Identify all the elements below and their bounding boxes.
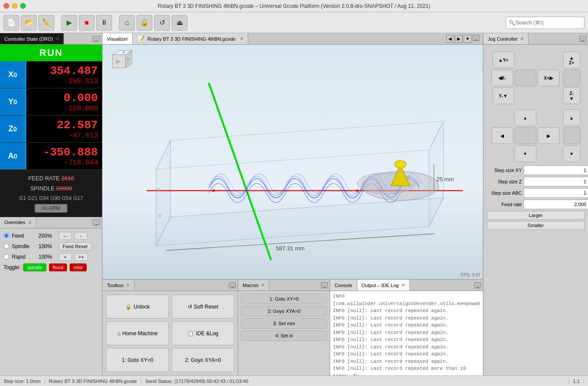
feed-rate-display: FEED RATE 2610 (4, 173, 99, 183)
filename-status: Rotary BT 3 3D FINISHING 4thBN.gcode (49, 379, 137, 384)
macro-4-btn[interactable]: 4: Set in (241, 330, 327, 341)
dro-tab-close[interactable]: ✕ (56, 36, 59, 41)
jog-tab-close[interactable]: ✕ (520, 36, 524, 41)
tab-visualizer[interactable]: Visualizer (102, 33, 133, 44)
step-abc-input[interactable] (524, 188, 588, 198)
stop-button[interactable]: ■ (79, 15, 95, 31)
jog-y-plus-btn[interactable]: ▲ Y+ (493, 52, 514, 68)
bottom-panels: Toolbox ✕ _ 🔒 Unlock ↺ Soft Reset (102, 279, 483, 375)
step-xy-input[interactable] (524, 165, 588, 175)
jog-center-btn[interactable] (514, 70, 536, 86)
jog-y-minus-btn[interactable]: Y- ▼ (493, 88, 514, 104)
jog-x-minus-btn[interactable]: ◀ X- (491, 70, 513, 86)
close-traffic-light[interactable] (4, 3, 9, 9)
macro-1-btn[interactable]: 1: Goto XY=0 (241, 294, 327, 304)
gcode-tab-close[interactable]: ✕ (240, 36, 243, 41)
jog-z-plus-btn-2[interactable]: ▲ (563, 109, 581, 126)
macros-tab-close[interactable]: ✕ (261, 283, 264, 288)
jog-parameters: Step size XY ▲ ▼ Millimeters Step size Z… (487, 164, 584, 233)
overrides-panel: Overrides ✕ _ Feed 200% -- - Spindle (0, 217, 102, 375)
soft-reset-button[interactable]: ↺ Soft Reset (172, 295, 235, 319)
spindle-radio[interactable] (4, 243, 9, 249)
smaller-button[interactable]: Smaller (487, 221, 584, 230)
console-line-4: INFO [null]: Last record repeated again. (333, 329, 480, 337)
macros-tab[interactable]: Macros ✕ (238, 280, 269, 291)
jog-z-minus-btn-2[interactable]: ▼ (563, 145, 581, 162)
dro-tab[interactable]: Controller State (DRO) ✕ (0, 33, 64, 44)
dro-row-z: Z0 22.587 -47.413 (0, 116, 102, 143)
spindle-toggle-btn[interactable]: spindle (23, 263, 46, 271)
ide-log-button[interactable]: 📋 IDE &Log (172, 321, 235, 345)
open-file-button[interactable]: 📂 (21, 15, 37, 31)
tab-gcode-file[interactable]: 📝 Rotary BT 3 3D FINISHING 4thBN.gcode ✕ (133, 33, 248, 44)
center-minimize-btn[interactable]: _ (472, 35, 479, 41)
svg-point-22 (356, 189, 359, 192)
nav-prev-btn[interactable]: ◀ (446, 35, 454, 43)
step-z-input[interactable] (524, 177, 588, 186)
log-icon: 📋 (187, 330, 194, 337)
feed-radio[interactable] (4, 233, 9, 239)
toolbox-minimize-btn[interactable]: _ (229, 282, 236, 288)
toolbox-grid: 🔒 Unlock ↺ Soft Reset ⌂ Home Machine 📋 I… (102, 291, 238, 375)
lock-button[interactable]: 🔒 (137, 15, 152, 31)
goyo-xya0-shortcut-btn[interactable]: 2: Goyo XYA=0 (172, 348, 235, 372)
overrides-minimize-btn[interactable]: _ (92, 219, 100, 225)
toolbox-tab[interactable]: Toolbox ✕ (102, 280, 134, 291)
jog-tab[interactable]: Jog Controller ✕ (483, 33, 528, 44)
jog-y-minus-btn-2[interactable]: ▼ (514, 145, 536, 162)
rapid-radio[interactable] (4, 254, 9, 260)
feed-dec-dec-btn[interactable]: -- (59, 232, 72, 240)
toolbox-tab-close[interactable]: ✕ (126, 283, 130, 288)
overrides-tab[interactable]: Overrides ✕ (0, 217, 36, 228)
console-tab[interactable]: Console (330, 280, 357, 291)
new-file-button[interactable]: 📄 (4, 15, 19, 31)
feed-rate-input[interactable] (524, 200, 588, 209)
ide-log-tab-close[interactable]: ✕ (401, 283, 405, 288)
rapid-inc-inc-btn[interactable]: ++ (74, 253, 88, 261)
overrides-tab-close[interactable]: ✕ (28, 220, 32, 225)
jog-y-plus-btn-2[interactable]: ▲ (514, 109, 536, 126)
undo-button[interactable]: ↺ (154, 15, 170, 31)
pause-button[interactable]: ⏸ (96, 15, 112, 31)
traffic-lights (4, 3, 26, 9)
home-machine-button[interactable]: ⌂ Home Machine (106, 321, 169, 345)
jog-x-plus-btn[interactable]: X+ ▶ (538, 70, 560, 86)
jog-z-minus-btn[interactable]: Z- ▼ (563, 88, 581, 104)
search-input[interactable] (515, 20, 581, 26)
jog-x-minus-btn-2[interactable]: ◀ (491, 127, 513, 144)
console-line-6: INFO [null]: Last record repeated again. (333, 344, 480, 351)
step-xy-row: Step size XY ▲ ▼ Millimeters (487, 165, 584, 175)
jog-minimize-btn[interactable]: _ (579, 36, 586, 42)
feed-dec-btn[interactable]: - (74, 232, 88, 240)
jog-z-plus-btn[interactable]: ▲ Z+ (563, 52, 581, 68)
play-button[interactable]: ▶ (61, 15, 77, 31)
larger-button[interactable]: Larger (487, 211, 584, 220)
unlock-button[interactable]: 🔒 Unlock (106, 295, 169, 319)
flood-toggle-btn[interactable]: flood (49, 263, 67, 271)
z-plus-arrow-icon: ▲ (569, 55, 574, 60)
macro-2-btn[interactable]: 2: Goyo XYA=0 (241, 306, 327, 316)
console-line-8: INFO [null]: Last record repeated again. (333, 358, 480, 365)
macro-3-btn[interactable]: 3: Set mm (241, 318, 327, 329)
console-minimize-btn[interactable]: _ (474, 282, 481, 288)
alarm-button[interactable]: ALARM (35, 204, 67, 213)
macros-minimize-btn[interactable]: _ (321, 282, 328, 288)
goto-xy0-shortcut-btn[interactable]: 1: Goto XY=0 (106, 348, 169, 372)
nav-next-btn[interactable]: ▶ (455, 35, 463, 43)
feed-reset-btn[interactable]: Feed Reset (59, 242, 92, 250)
rapid-inc-btn[interactable]: + (59, 253, 72, 261)
visualizer[interactable]: Z+ X Y- (102, 45, 483, 279)
ide-log-tab[interactable]: Output – IDE Log ✕ (357, 280, 410, 291)
mist-toggle-btn[interactable]: mist (70, 263, 86, 271)
nav-down-btn[interactable]: ▼ (464, 35, 472, 43)
minimize-traffic-light[interactable] (12, 3, 18, 9)
home-button[interactable]: ⌂ (119, 15, 135, 31)
save-button[interactable]: ✏️ (39, 15, 54, 31)
jog-x-plus-btn-2[interactable]: ▶ (538, 127, 560, 144)
search-box[interactable]: 🔍 (506, 17, 584, 29)
right-panel: Jog Controller ✕ _ ▲ Y+ (483, 33, 588, 375)
override-feed-row: Feed 200% -- - (4, 232, 99, 240)
fullscreen-traffic-light[interactable] (20, 3, 26, 9)
dro-minimize-btn[interactable]: _ (92, 36, 100, 42)
disconnect-button[interactable]: ⏏ (172, 15, 187, 31)
